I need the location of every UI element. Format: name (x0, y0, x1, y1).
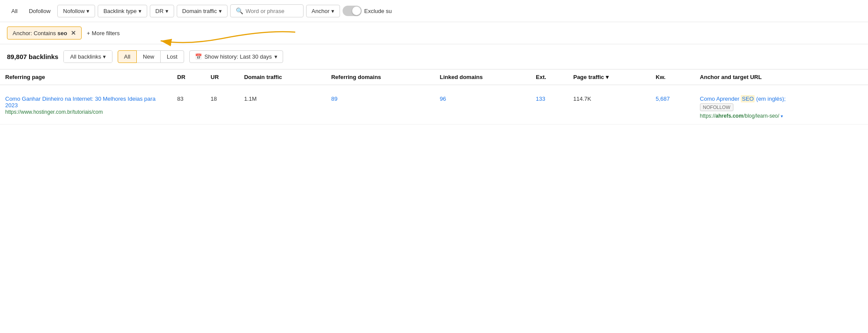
page-traffic-value: 114.7K (568, 90, 650, 125)
results-count: 89,807 backlinks (7, 53, 58, 60)
referring-page-cell: Como Ganhar Dinheiro na Internet: 30 Mel… (0, 90, 172, 125)
dr-filter-button[interactable]: DR ▾ (150, 5, 174, 17)
more-filters-plus-icon: + (87, 30, 90, 36)
anchor-arrow-icon: ▾ (331, 8, 334, 14)
backlink-type-arrow-icon: ▾ (139, 8, 142, 14)
th-linked-domains: Linked domains (435, 69, 531, 85)
target-url-link[interactable]: https://ahrefs.com/blog/learn-seo/ (700, 113, 779, 119)
show-history-button[interactable]: 📅 Show history: Last 30 days ▾ (189, 50, 283, 63)
th-anchor-url: Anchor and target URL (695, 69, 868, 85)
referring-domains-link[interactable]: 89 (331, 96, 337, 102)
dr-label: DR (155, 8, 164, 14)
backlinks-table: Referring page DR UR Domain traffic Refe… (0, 69, 868, 125)
nofollow-filter-button[interactable]: Nofollow ▾ (57, 5, 95, 17)
filter-bar: All Dofollow Nofollow ▾ Backlink type ▾ … (0, 0, 868, 22)
domain-traffic-filter-button[interactable]: Domain traffic ▾ (177, 5, 228, 17)
all-backlinks-button[interactable]: All backlinks ▾ (64, 51, 112, 63)
anchor-text-link[interactable]: Como Aprender SEO (em inglés); (700, 95, 786, 102)
nofollow-badge: NOFOLLOW (700, 103, 733, 111)
anchor-label: Anchor (312, 8, 330, 14)
th-page-traffic[interactable]: Page traffic ▾ (568, 69, 650, 85)
table-header-row: Referring page DR UR Domain traffic Refe… (0, 69, 868, 85)
anchor-highlighted-text: SEO (741, 95, 754, 102)
domain-traffic-value: 1.1M (239, 90, 326, 125)
linked-domains-value: 96 (435, 90, 531, 125)
dofollow-filter-button[interactable]: Dofollow (24, 5, 55, 17)
th-domain-traffic: Domain traffic (239, 69, 326, 85)
exclude-toggle[interactable] (343, 6, 362, 16)
results-bar: 89,807 backlinks All backlinks ▾ All New… (0, 44, 868, 69)
ext-link[interactable]: 133 (536, 96, 545, 102)
referring-page-link[interactable]: Como Ganhar Dinheiro na Internet: 30 Mel… (5, 96, 155, 109)
domain-traffic-arrow-icon: ▾ (219, 8, 222, 14)
chevron-down-icon[interactable]: ▾ (781, 114, 783, 119)
domain-traffic-label: Domain traffic (182, 8, 217, 14)
more-filters-label: More filters (92, 30, 119, 36)
active-filter-label: Anchor: Contains seo (13, 30, 67, 36)
ur-value: 18 (205, 90, 239, 125)
dr-arrow-icon: ▾ (165, 8, 168, 14)
all-filter-button[interactable]: All (7, 5, 22, 17)
all-backlinks-dropdown[interactable]: All backlinks ▾ (63, 50, 112, 63)
th-ext: Ext. (531, 69, 568, 85)
search-box[interactable]: 🔍 (230, 4, 304, 17)
th-ur: UR (205, 69, 239, 85)
active-filter-bar: Anchor: Contains seo ✕ + More filters (0, 22, 868, 44)
history-label: Show history: Last 30 days (205, 53, 272, 60)
dr-value: 83 (172, 90, 205, 125)
backlink-type-label: Backlink type (103, 8, 137, 14)
anchor-url-cell: Como Aprender SEO (em inglés); NOFOLLOW … (695, 90, 868, 125)
ext-value: 133 (531, 90, 568, 125)
nofollow-label: Nofollow (63, 8, 85, 14)
calendar-icon: 📅 (195, 53, 202, 60)
anchor-filter-button[interactable]: Anchor ▾ (306, 5, 340, 17)
linked-domains-link[interactable]: 96 (440, 96, 446, 102)
kw-value: 5,687 (650, 90, 695, 125)
nofollow-arrow-icon: ▾ (86, 8, 89, 14)
th-referring-page: Referring page (0, 69, 172, 85)
search-input[interactable] (246, 8, 298, 14)
th-dr: DR (172, 69, 205, 85)
history-arrow-icon: ▾ (274, 53, 277, 60)
tab-all[interactable]: All (118, 50, 137, 63)
anchor-text: Como Aprender SEO (em inglés); (700, 95, 786, 102)
active-filter-tag: Anchor: Contains seo ✕ (7, 26, 82, 40)
more-filters-button[interactable]: + More filters (87, 30, 120, 36)
spacer-row (0, 85, 868, 91)
backlink-type-filter-button[interactable]: Backlink type ▾ (98, 5, 147, 17)
search-icon: 🔍 (236, 7, 243, 14)
exclude-label: Exclude su (364, 8, 392, 14)
referring-domains-value: 89 (326, 90, 435, 125)
kw-link[interactable]: 5,687 (656, 96, 670, 102)
th-kw: Kw. (650, 69, 695, 85)
time-tab-group: All New Lost (118, 50, 184, 63)
close-filter-button[interactable]: ✕ (71, 30, 76, 36)
tab-lost[interactable]: Lost (160, 50, 184, 63)
referring-page-url-link[interactable]: https://www.hostinger.com.br/tutoriais/c… (5, 109, 103, 115)
tab-new[interactable]: New (136, 50, 161, 63)
table-row: Como Ganhar Dinheiro na Internet: 30 Mel… (0, 90, 868, 125)
th-referring-domains: Referring domains (326, 69, 435, 85)
